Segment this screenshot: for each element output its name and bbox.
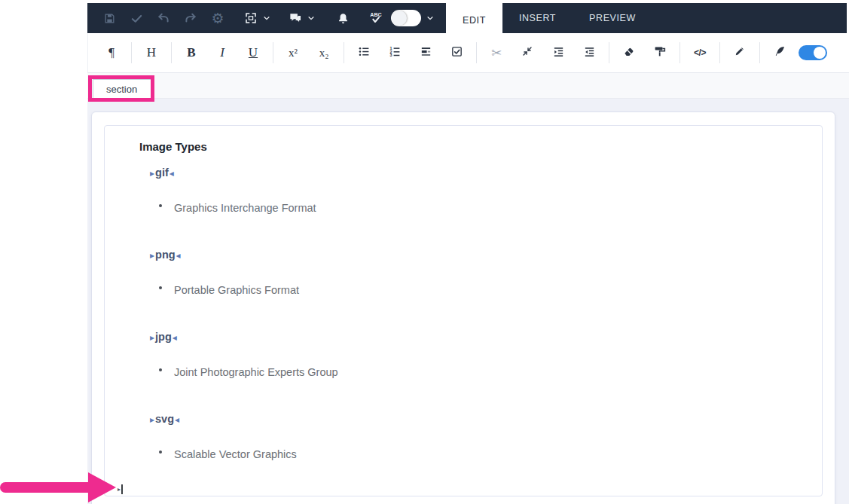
toolbar-separator: [476, 42, 477, 63]
editor-background: Image Types ▸gif◂ Graphics Interchange F…: [87, 99, 849, 504]
fullscreen-icon: [244, 11, 258, 25]
definition-text[interactable]: Joint Photographic Experts Group: [174, 366, 338, 378]
settings-button[interactable]: ⚙: [208, 8, 228, 29]
save-button[interactable]: [99, 8, 119, 29]
definition-line: Portable Graphics Format: [159, 284, 822, 296]
toolbar-separator: [273, 42, 273, 63]
toolbar-separator: [131, 42, 132, 63]
term-line: ▸png◂: [150, 249, 822, 261]
bullet-icon: [159, 451, 162, 454]
cut-button[interactable]: ✂: [487, 40, 506, 66]
toolbar-separator: [719, 42, 720, 63]
term-close-marker-icon: ◂: [176, 250, 181, 261]
undo-button[interactable]: [154, 8, 173, 29]
xml-editor-app: ⚙: [87, 0, 849, 504]
text-cursor-marker: ▸: [118, 484, 123, 494]
checklist-icon: [450, 45, 463, 61]
bullet-list-button[interactable]: [354, 40, 374, 66]
feather-icon: [773, 44, 786, 61]
outdent-button[interactable]: [579, 40, 599, 66]
merge-arrows-icon: [521, 45, 533, 60]
term-text[interactable]: jpg: [154, 331, 173, 343]
bold-button[interactable]: B: [182, 40, 201, 66]
document-title[interactable]: Image Types: [139, 141, 822, 153]
check-icon: [130, 12, 143, 25]
code-view-button[interactable]: </>: [690, 40, 710, 66]
numbered-list-icon: 123: [389, 45, 402, 61]
spellcheck-toggle[interactable]: [391, 10, 421, 26]
spellcheck-group: ABC: [366, 8, 434, 29]
term-close-marker-icon: ◂: [169, 168, 174, 179]
spellcheck-button[interactable]: ABC: [366, 8, 386, 29]
cursor-bar-icon: [121, 484, 123, 494]
annotation-arrow: [0, 482, 90, 493]
author-mode-toggle[interactable]: [799, 45, 827, 60]
paragraph-button[interactable]: ¶: [102, 40, 121, 66]
merge-elements-button[interactable]: [518, 40, 537, 66]
bullet-list-icon: [358, 45, 371, 61]
top-toolbar-icons: ⚙: [87, 8, 434, 29]
paint-roller-button[interactable]: [650, 40, 670, 66]
definition-text[interactable]: Scalable Vector Graphics: [174, 448, 297, 460]
scissors-icon: ✂: [491, 45, 502, 61]
superscript-button[interactable]: x²: [283, 40, 303, 66]
document-surface[interactable]: Image Types ▸gif◂ Graphics Interchange F…: [104, 125, 823, 496]
term-line: ▸svg◂: [150, 413, 822, 426]
underline-button[interactable]: U: [243, 40, 263, 66]
definition-line: Graphics Interchange Format: [159, 202, 822, 214]
term-line: ▸jpg◂: [150, 331, 822, 344]
italic-button[interactable]: I: [212, 40, 232, 66]
subscript-button[interactable]: x₂: [314, 40, 334, 66]
paint-roller-icon: [653, 44, 667, 61]
fullscreen-group: [241, 8, 270, 29]
eraser-button[interactable]: [619, 40, 639, 66]
checklist-button[interactable]: [447, 40, 466, 66]
gear-icon: ⚙: [211, 11, 224, 26]
pencil-icon: [733, 44, 747, 61]
heading-button[interactable]: H: [142, 40, 161, 66]
editor-page: Image Types ▸gif◂ Graphics Interchange F…: [91, 111, 835, 504]
definition-line: Scalable Vector Graphics: [159, 448, 822, 460]
redo-button[interactable]: [181, 8, 200, 29]
notifications-button[interactable]: [333, 8, 353, 29]
fullscreen-button[interactable]: [241, 8, 261, 29]
toolbar-separator: [680, 42, 680, 63]
term-line: ▸gif◂: [150, 166, 822, 179]
approve-button[interactable]: [127, 8, 146, 29]
undo-icon: [157, 11, 170, 25]
author-mode-button[interactable]: [770, 40, 789, 66]
definition-line: Joint Photographic Experts Group: [159, 366, 822, 378]
numbered-list-button[interactable]: 123: [385, 40, 405, 66]
term-text[interactable]: gif: [154, 166, 169, 179]
chevron-down-icon[interactable]: [426, 14, 434, 22]
cursor-triangle-icon: ▸: [118, 487, 121, 493]
definition-list-icon: [420, 45, 432, 61]
svg-text:3: 3: [389, 53, 392, 57]
definition-text[interactable]: Graphics Interchange Format: [174, 202, 316, 214]
tab-preview[interactable]: PREVIEW: [573, 3, 652, 33]
chevron-down-icon[interactable]: [307, 14, 315, 22]
definition-text[interactable]: Portable Graphics Format: [174, 284, 299, 296]
term-text[interactable]: png: [154, 249, 176, 261]
toolbar-separator: [759, 42, 760, 63]
bullet-icon: [159, 368, 162, 371]
editor-mode-tabs: EDIT INSERT PREVIEW: [446, 3, 652, 33]
definition-list-button[interactable]: [416, 40, 435, 66]
bullet-icon: [159, 204, 162, 207]
indent-icon: [552, 45, 565, 61]
term-text[interactable]: svg: [154, 413, 175, 425]
tab-insert[interactable]: INSERT: [502, 3, 573, 33]
screenshot-canvas: ⚙: [0, 0, 849, 504]
bell-icon: [337, 12, 350, 25]
toggle-knob: [392, 11, 407, 26]
svg-text:ABC: ABC: [370, 12, 381, 18]
toolbar-separator: [609, 42, 609, 63]
chevron-down-icon[interactable]: [263, 14, 270, 22]
indent-button[interactable]: [548, 40, 568, 66]
breadcrumb-tab-section[interactable]: section: [93, 79, 151, 99]
toolbar-separator: [171, 42, 172, 63]
top-toolbar: ⚙: [87, 3, 847, 33]
edit-pencil-button[interactable]: [730, 40, 750, 66]
comments-button[interactable]: [286, 8, 305, 29]
comments-icon: [289, 11, 303, 26]
